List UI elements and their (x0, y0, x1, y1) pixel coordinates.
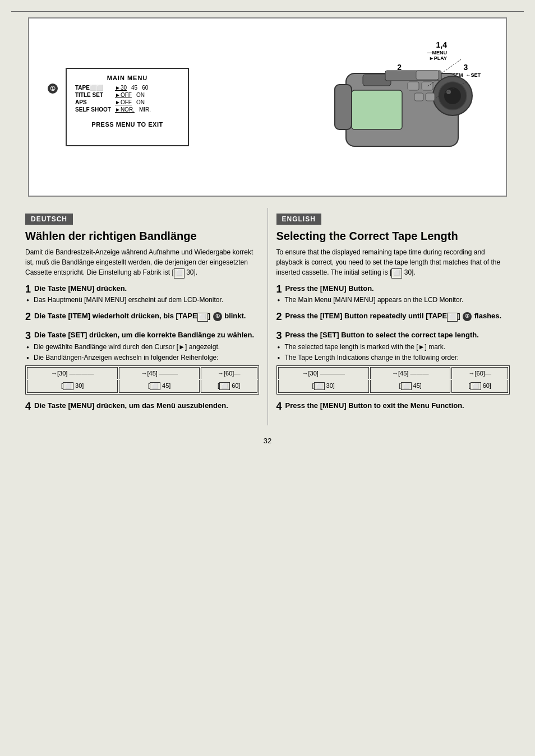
svg-rect-7 (335, 85, 352, 129)
english-step-1-bullet-1: The Main Menu [MAIN MENU] appears on the… (276, 295, 510, 305)
camera-area: 1,4 —MENU►PLAY 2 PAUSE STOP ‖ ■ 3 ITEM ←… (200, 29, 497, 185)
tape-icon-d-intro: ⬜ (174, 268, 185, 279)
menu-row-selfshoot: SELF SHOOT ►NOR. MIR. (75, 106, 179, 113)
menu-number-badge: ① (48, 84, 58, 94)
deutsch-tape-table: →[30] ———— →[45] ——— →[60]— [⬜ 30] [⬜ 45… (25, 365, 259, 395)
english-tape-labels-row: [⬜ 30] [⬜ 45] [⬜ 60] (278, 380, 509, 393)
deutsch-intro: Damit die Bandrestzeit-Anzeige während A… (25, 247, 259, 279)
camera-illustration (329, 40, 486, 163)
menu-title: MAIN MENU (75, 75, 179, 81)
english-tape-arrows-row: →[30] ———— →[45] ——— →[60]— (278, 367, 509, 379)
deutsch-tape-label-60: [⬜ 60] (201, 380, 257, 393)
svg-rect-11 (422, 82, 433, 90)
english-step-3-title: Press the [SET] Button to select the cor… (285, 331, 479, 340)
english-intro: To ensure that the displayed remaining t… (276, 247, 510, 279)
svg-rect-12 (414, 93, 423, 101)
menu-titleset-label: TITLE SET (75, 92, 112, 98)
english-tape-table: →[30] ———— →[45] ——— →[60]— [⬜ 30] [⬜ 45… (276, 365, 510, 395)
badge-d-2: ① (213, 312, 222, 321)
deutsch-tape-arrow-60: →[60]— (201, 367, 257, 379)
menu-row-titleset: TITLE SET ►OFF ON (75, 92, 179, 98)
menu-row-aps: APS ►OFF ON (75, 99, 179, 105)
english-tape-label-60: [⬜ 60] (451, 380, 508, 393)
top-divider (11, 11, 524, 12)
selfshoot-nor: ►NOR. (115, 106, 135, 113)
titleset-off: ►OFF (115, 92, 132, 98)
tape-icon-e-intro: ⬜ (391, 268, 402, 279)
deutsch-tape-arrow-45: →[45] ——— (119, 367, 200, 379)
deutsch-step-3-num: 3 (25, 331, 31, 341)
english-tape-arrow-30: →[30] ———— (278, 367, 369, 379)
english-step-1-num: 1 (276, 284, 282, 294)
selfshoot-mir: MIR. (139, 106, 151, 113)
english-lang-header: ENGLISH (276, 214, 321, 225)
svg-rect-13 (426, 93, 435, 101)
menu-screen: MAIN MENU TAPE⬜⬜ ►30 45 60 TITLE SET ►OF… (66, 68, 189, 146)
deutsch-tape-label-30: [⬜ 30] (27, 380, 118, 393)
tape-icon-e-2: ⬜ (447, 313, 458, 322)
deutsch-tape-labels-row: [⬜ 30] [⬜ 45] [⬜ 60] (27, 380, 257, 393)
deutsch-step-1-num: 1 (25, 284, 31, 294)
titleset-on: ON (136, 92, 145, 98)
deutsch-title: Wählen der richtigen Bandlänge (25, 229, 259, 243)
english-step-4-title: Press the [MENU] Button to exit the Menu… (285, 401, 464, 411)
menu-selfshoot-values: ►NOR. MIR. (115, 106, 151, 113)
deutsch-step-2-title: Die Taste [ITEM] wiederholt drücken, bis… (34, 312, 246, 322)
deutsch-step-4-num: 4 (25, 401, 31, 411)
menu-selfshoot-label: SELF SHOOT (75, 106, 112, 113)
english-tape-arrow-45: →[45] ——— (370, 367, 451, 379)
aps-on: ON (136, 99, 145, 105)
english-tape-label-45: [⬜ 45] (370, 380, 451, 393)
english-step-2: 2 Press the [ITEM] Button repeatedly unt… (276, 312, 510, 324)
deutsch-step-2-num: 2 (25, 312, 31, 322)
deutsch-step-1-title: Die Taste [MENU] drücken. (34, 284, 127, 294)
tape-val-30: ►30 (115, 85, 127, 91)
deutsch-step-2: 2 Die Taste [ITEM] wiederholt drücken, b… (25, 312, 259, 324)
english-step-3-bullet-2: The Tape Length Indications change in th… (276, 353, 510, 363)
svg-rect-10 (408, 82, 419, 90)
svg-rect-5 (352, 90, 402, 129)
tape-val-60: 60 (142, 85, 148, 91)
tape-val-45: 45 (131, 85, 137, 91)
svg-rect-9 (416, 71, 439, 80)
menu-aps-label: APS (75, 99, 112, 105)
menu-aps-values: ►OFF ON (115, 99, 145, 105)
deutsch-step-1: 1 Die Taste [MENU] drücken. Das Hauptmen… (25, 284, 259, 305)
deutsch-tape-arrows-row: →[30] ———— →[45] ——— →[60]— (27, 367, 257, 379)
svg-point-3 (444, 87, 461, 104)
svg-line-14 (441, 59, 461, 73)
english-step-4-num: 4 (276, 401, 282, 411)
english-step-2-title: Press the [ITEM] Button repeatedly until… (285, 312, 502, 322)
deutsch-tape-arrow-30: →[30] ———— (27, 367, 118, 379)
menu-row-tape-values: ►30 45 60 (115, 85, 148, 91)
press-menu-text: PRESS MENU TO EXIT (75, 121, 179, 128)
deutsch-step-3-bullet-2: Die Bandlängen-Anzeigen wechseln in folg… (25, 353, 259, 363)
english-step-1: 1 Press the [MENU] Button. The Main Menu… (276, 284, 510, 305)
menu-row-tape-label: TAPE⬜⬜ (75, 85, 112, 91)
aps-off: ►OFF (115, 99, 132, 105)
tape-icon-d-2: ⬜ (197, 313, 208, 322)
deutsch-step-1-bullet-1: Das Hauptmenü [MAIN MENU] erscheint auf … (25, 295, 259, 305)
english-step-3-num: 3 (276, 331, 282, 341)
menu-row-tape: TAPE⬜⬜ ►30 45 60 (75, 85, 179, 91)
english-step-3: 3 Press the [SET] Button to select the c… (276, 331, 510, 395)
deutsch-step-3-bullet-1: Die gewählte Bandlänge wird durch den Cu… (25, 342, 259, 352)
english-step-3-bullet-1: The selected tape length is marked with … (276, 342, 510, 352)
content-columns: DEUTSCH Wählen der richtigen Bandlänge D… (17, 208, 518, 425)
deutsch-step-4: 4 Die Taste [MENU] drücken, um das Menü … (25, 401, 259, 413)
page: ① MAIN MENU TAPE⬜⬜ ►30 45 60 TITLE SET ►… (0, 0, 535, 756)
column-deutsch: DEUTSCH Wählen der richtigen Bandlänge D… (17, 208, 268, 425)
page-number: 32 (11, 437, 524, 445)
deutsch-step-3-title: Die Taste [SET] drücken, um die korrekte… (34, 331, 254, 340)
column-english: ENGLISH Selecting the Correct Tape Lengt… (268, 208, 519, 425)
english-tape-arrow-60: →[60]— (451, 367, 508, 379)
deutsch-step-4-title: Die Taste [MENU] drücken, um das Menü au… (34, 401, 228, 411)
english-title: Selecting the Correct Tape Length (276, 229, 510, 243)
badge-e-2: ① (463, 312, 472, 321)
english-step-1-title: Press the [MENU] Button. (285, 284, 374, 294)
deutsch-tape-label-45: [⬜ 45] (119, 380, 200, 393)
deutsch-step-3: 3 Die Taste [SET] drücken, um die korrek… (25, 331, 259, 395)
english-tape-label-30: [⬜ 30] (278, 380, 369, 393)
english-step-2-num: 2 (276, 312, 282, 322)
english-step-4: 4 Press the [MENU] Button to exit the Me… (276, 401, 510, 413)
